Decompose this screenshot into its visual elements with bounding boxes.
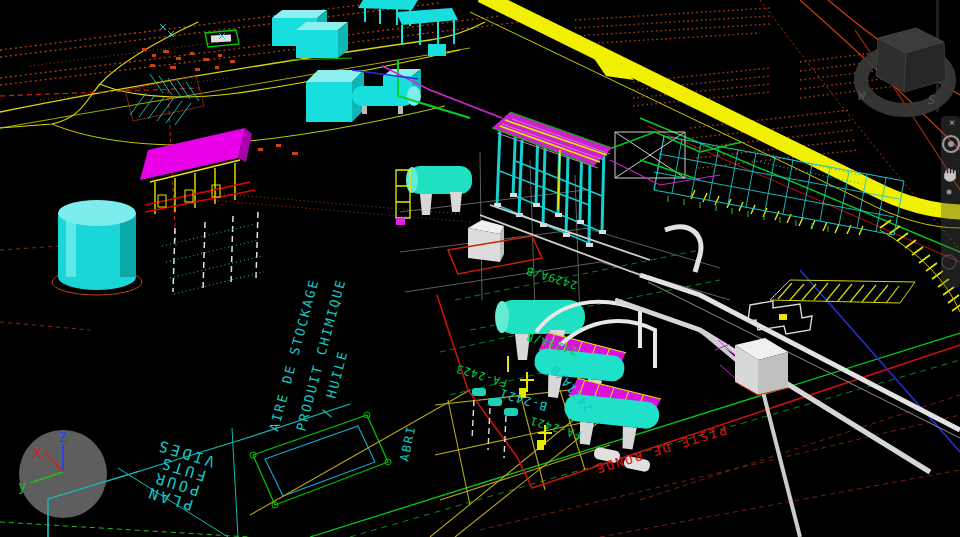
viewport-canvas[interactable]: AIRE DE STOCKAGE PRODUIT CHIMIQUE / HUIL… [0, 0, 960, 537]
ucs-axis-icon: Z X y [18, 429, 140, 537]
equipment-tag: FA-2423 [454, 362, 509, 390]
navigation-bar[interactable]: × [941, 116, 960, 288]
storage-tank [52, 200, 142, 295]
zoom-dot-icon[interactable] [947, 190, 952, 195]
ucs-z-label: Z [58, 429, 66, 445]
label-piste-de-ronde: PISTE DE RONDE [593, 422, 729, 477]
main-pipes [615, 227, 960, 537]
cad-viewport[interactable]: AIRE DE STOCKAGE PRODUIT CHIMIQUE / HUIL… [0, 0, 960, 537]
equipment-tag: 2429A/B [524, 264, 579, 292]
ucs-y-label: y [18, 478, 26, 494]
annotations-layer: AIRE DE STOCKAGE PRODUIT CHIMIQUE / HUIL… [140, 264, 728, 517]
viewcube-south-label: S [928, 93, 935, 107]
viewcube[interactable]: W S [858, 28, 949, 110]
ucs-x-label: X [33, 445, 42, 461]
pipe-rack [480, 112, 650, 275]
shed-structure [140, 128, 264, 294]
navbar-close-icon[interactable]: × [949, 117, 955, 128]
